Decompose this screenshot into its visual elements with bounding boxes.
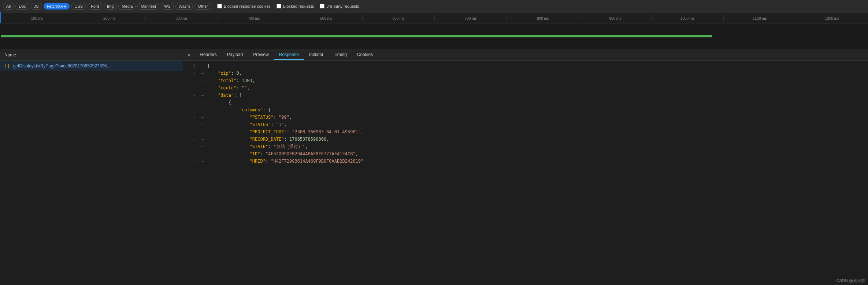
timeline-ticks: 100 ms200 ms300 ms400 ms500 ms600 ms700 … (0, 15, 868, 21)
response-tab-list: HeadersPayloadPreviewResponseInitiatorTi… (195, 50, 378, 60)
tab-headers[interactable]: Headers (195, 50, 222, 60)
json-line: -– "HRID": "H42F72993614A469F9B9F0AAB2B2… (183, 158, 868, 165)
json-line: -– "RECORD_DATE": 17065078590000, (183, 136, 868, 143)
timeline-tick: 300 ms (145, 15, 218, 21)
line-content: "STATUS": "1", (207, 121, 868, 128)
line-content: { (207, 62, 868, 70)
collapse-icon[interactable]: – (201, 92, 207, 99)
line-number: - (183, 70, 201, 77)
filter-btn-img[interactable]: Img (104, 3, 117, 10)
line-content: "total": 1303, (207, 77, 868, 84)
collapse-icon[interactable]: – (201, 70, 207, 77)
collapse-icon[interactable]: – (201, 158, 207, 165)
collapse-icon[interactable]: – (201, 106, 207, 114)
json-line: -– "PSTATUS": "99", (183, 114, 868, 121)
filter-checkbox-3rd-party-requests[interactable]: 3rd-party requests (320, 4, 359, 8)
response-panel: × HeadersPayloadPreviewResponseInitiator… (183, 49, 868, 284)
progress-bar (1, 35, 712, 37)
collapse-icon[interactable]: – (201, 128, 207, 136)
filter-checkbox-blocked-response-cookies[interactable]: Blocked response cookies (217, 4, 271, 8)
request-item[interactable]: {}getDisplayListByPage?s=ec8078170650927… (0, 61, 183, 71)
tab-payload[interactable]: Payload (222, 50, 248, 60)
line-content: "PROJECT_CODE": "2308-360983-04-01-49598… (207, 128, 868, 136)
timeline-tick: 900 ms (579, 15, 651, 21)
json-line: -– "columns": { (183, 106, 868, 114)
json-line: -– "PROJECT_CODE": "2308-360983-04-01-49… (183, 128, 868, 136)
collapse-icon[interactable]: – (201, 77, 207, 84)
line-number: 1 (183, 62, 201, 70)
timeline-tick: 800 ms (507, 15, 579, 21)
filter-btn-wasm[interactable]: Wasm (175, 3, 193, 10)
timeline-bar: 100 ms200 ms300 ms400 ms500 ms600 ms700 … (0, 12, 868, 23)
collapse-icon[interactable]: – (201, 99, 207, 106)
timeline-tick: 1100 ms (723, 15, 795, 21)
line-content: "data": [ (207, 92, 868, 99)
filter-btn-css[interactable]: CSS (71, 3, 86, 10)
line-content: "zip": 0, (207, 70, 868, 77)
collapse-icon[interactable]: – (201, 84, 207, 92)
filter-btn-media[interactable]: Media (118, 3, 136, 10)
filter-btn-other[interactable]: Other (194, 3, 211, 10)
filter-buttons: AllDocJSFetch/XHRCSSFontImgMediaManifest… (3, 3, 211, 10)
json-line: -– "total": 1303, (183, 77, 868, 84)
timeline-tick: 100 ms (1, 15, 73, 21)
filter-btn-all[interactable]: All (3, 3, 14, 10)
timeline-tick: 1200 ms (796, 15, 868, 21)
request-name-label: getDisplayListByPage?s=ec807817065092739… (13, 63, 111, 69)
response-tabs: × HeadersPayloadPreviewResponseInitiator… (183, 49, 868, 61)
line-number: - (183, 114, 201, 121)
tab-response[interactable]: Response (274, 50, 304, 60)
collapse-icon[interactable]: – (201, 114, 207, 121)
filter-btn-ws[interactable]: WS (161, 3, 174, 10)
tab-timing[interactable]: Timing (329, 50, 352, 60)
collapse-icon[interactable]: – (201, 150, 207, 158)
json-line: -– "zip": 0, (183, 70, 868, 77)
json-line: -– "STATE": "办结（通过）", (183, 143, 868, 150)
line-number: - (183, 143, 201, 150)
timeline-tick: 1000 ms (651, 15, 723, 21)
line-content: "STATE": "办结（通过）", (207, 143, 868, 150)
line-number: - (183, 92, 201, 99)
tab-initiator[interactable]: Initiator (304, 50, 329, 60)
filter-btn-manifest[interactable]: Manifest (137, 3, 159, 10)
collapse-icon[interactable]: – (201, 136, 207, 143)
tab-cookies[interactable]: Cookies (352, 50, 378, 60)
filter-checkboxes: Blocked response cookiesBlocked requests… (217, 4, 359, 8)
tab-preview[interactable]: Preview (248, 50, 274, 60)
timeline-tick: 700 ms (434, 15, 507, 21)
json-line: 1{ (183, 62, 868, 70)
line-number: - (183, 128, 201, 136)
filter-checkbox-blocked-requests[interactable]: Blocked requests (277, 4, 314, 8)
line-number: - (183, 77, 201, 84)
timeline-tick: 600 ms (362, 15, 434, 21)
filter-btn-fetch/xhr[interactable]: Fetch/XHR (44, 3, 70, 10)
json-content[interactable]: 1{-– "zip": 0,-– "total": 1303,-– "route… (183, 61, 868, 284)
request-type-icon: {} (4, 63, 10, 69)
waterfall-section (0, 23, 868, 49)
line-content: "ID": "AE52DB9DEB2944ABAF8FE777AFA1F4CB"… (207, 150, 868, 158)
json-line: -– "STATUS": "1", (183, 121, 868, 128)
filter-btn-doc[interactable]: Doc (15, 3, 29, 10)
json-line: -– "ID": "AE52DB9DEB2944ABAF8FE777AFA1F4… (183, 150, 868, 158)
timeline-tick: 500 ms (290, 15, 362, 21)
collapse-icon[interactable]: – (201, 121, 207, 128)
close-button[interactable]: × (183, 50, 195, 60)
filter-btn-js[interactable]: JS (31, 3, 42, 10)
main-content: Name {}getDisplayListByPage?s=ec80781706… (0, 49, 868, 284)
filter-bar: AllDocJSFetch/XHRCSSFontImgMediaManifest… (0, 0, 868, 12)
collapse-icon[interactable]: – (201, 143, 207, 150)
json-line: -– { (183, 99, 868, 106)
line-number: - (183, 99, 201, 106)
line-number: - (183, 136, 201, 143)
filter-btn-font[interactable]: Font (88, 3, 102, 10)
line-number: - (183, 158, 201, 165)
name-panel: Name {}getDisplayListByPage?s=ec80781706… (0, 49, 183, 284)
line-content: "columns": { (207, 106, 868, 114)
timeline-cursor (0, 12, 1, 23)
json-line: -– "data": [ (183, 92, 868, 99)
timeline-tick: 200 ms (73, 15, 145, 21)
line-number: - (183, 150, 201, 158)
line-content: "HRID": "H42F72993614A469F9B9F0AAB2B2426… (207, 158, 868, 165)
line-content: { (207, 99, 868, 106)
line-content: "route": "", (207, 84, 868, 92)
